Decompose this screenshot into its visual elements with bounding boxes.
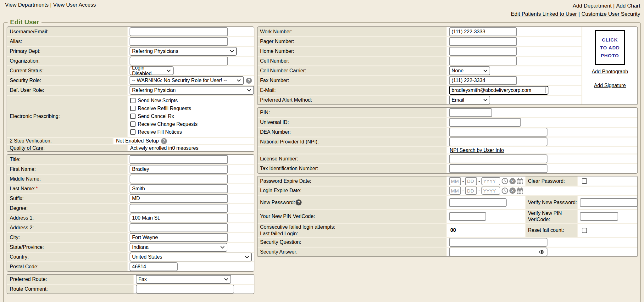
fax-number-input[interactable] [449,76,517,85]
clear-date-icon[interactable]: × [509,187,516,194]
receive-change-requests-label: Receive Change Requests [138,121,197,127]
top-right-links: Add Department|Add Chart Edit Patients L… [511,2,640,18]
first-name-input[interactable] [130,165,228,174]
add-photograph-link[interactable]: Add Photograph [582,69,637,75]
middle-name-input[interactable] [130,175,228,183]
state-province-control: Indiana [127,243,254,252]
receive-refill-requests-label: Receive Refill Requests [138,106,191,111]
dea-number-label-text: DEA Number: [260,129,291,135]
calendar-icon[interactable] [517,178,523,184]
country-select[interactable]: United States [130,253,252,261]
add-department-link[interactable]: Add Department [573,3,612,9]
route-comment-input[interactable] [136,285,234,294]
add-signature-link[interactable]: Add Signature [582,83,637,88]
last-name-field-wrap [129,184,228,193]
photo-placeholder-text: TO ADD [596,45,624,50]
home-number-input[interactable] [449,47,517,56]
login-expire-date-year-input[interactable] [481,187,500,195]
cell-number-label: Cell Number: [258,57,446,65]
suffix-input[interactable] [130,194,228,203]
reveal-answer-icon[interactable] [539,250,545,254]
address-2-input[interactable] [130,223,228,232]
two-step-verification-setup-link[interactable]: Setup [146,138,159,144]
work-number-input[interactable] [449,27,517,36]
primary-dept-select[interactable]: Referring Physicians [130,47,237,56]
title-input[interactable] [130,155,228,164]
cell-number-carrier-select[interactable]: None [449,66,490,75]
state-province-row: State/Province:Indiana [7,242,254,252]
right-group-wrap: Work Number:Pager Number:Home Number:Cel… [258,27,637,104]
address-1-input[interactable] [130,214,228,222]
pin-vericode-verify-input[interactable] [580,212,618,221]
current-status-select[interactable]: Login Disabled [130,66,174,75]
security-answer-input[interactable] [449,248,547,256]
tax-id-number-input[interactable] [449,164,547,173]
username-input[interactable] [130,27,228,36]
email-input[interactable] [449,86,548,95]
npi-field-wrap [448,137,547,146]
receive-change-requests-checkbox[interactable] [130,121,136,127]
new-password-input[interactable] [449,198,507,207]
license-number-input[interactable] [449,154,547,163]
country-control: United States [127,253,254,261]
password-expire-date-year-input[interactable] [481,177,500,185]
receive-refill-requests-checkbox[interactable] [130,106,136,111]
alias-input[interactable] [130,37,228,46]
new-password-verify-input[interactable] [580,198,637,207]
quality-of-care-link[interactable]: Quality of Care [10,145,43,151]
cell-number-input[interactable] [449,57,517,65]
help-icon[interactable]: ? [246,78,252,84]
quality-of-care-label-suffix: : [43,145,45,151]
clock-icon[interactable] [502,187,508,194]
help-icon[interactable]: ? [296,199,302,205]
add-chart-link[interactable]: Add Chart [616,3,640,9]
receive-fill-notices-checkbox[interactable] [130,129,136,135]
view-departments-link[interactable]: View Departments [5,2,49,8]
preferred-route-select[interactable]: Fax [136,275,231,284]
def-user-role-select[interactable]: Referring Physician [130,86,254,95]
view-user-access-link[interactable]: View User Access [53,2,96,8]
edit-patients-linked-link[interactable]: Edit Patients Linked to User [511,11,577,17]
dea-number-control [446,128,637,137]
failed-logins-label-line: Last failed Login: [260,230,298,237]
last-name-row: Last Name:* [7,183,254,193]
npi-input[interactable] [449,137,547,146]
password-expire-date-day-input[interactable] [465,177,477,185]
calendar-icon[interactable] [517,187,523,194]
login-expire-date-month-input[interactable] [449,187,461,195]
title-row: Title: [7,155,254,164]
degree-input[interactable] [130,204,228,213]
password-expire-date-cell-2 [577,176,637,186]
security-question-row: Security Question: [258,237,637,247]
country-row: Country:United States [7,252,254,261]
organization-input[interactable] [130,57,228,65]
state-province-select[interactable]: Indiana [130,243,227,252]
city-input[interactable] [130,233,228,242]
pin-input[interactable] [449,108,492,117]
failed-logins-verify-checkbox[interactable] [582,228,587,233]
preferred-alert-method-select[interactable]: Email [449,96,490,104]
help-icon[interactable]: ? [161,138,167,144]
universal-id-input[interactable] [449,118,521,127]
clear-date-icon[interactable]: × [509,178,516,184]
login-expire-date-day-input[interactable] [465,187,477,195]
password-expire-date-verify-checkbox[interactable] [582,178,587,184]
password-expire-date-month-input[interactable] [449,177,461,185]
primary-dept-selected-value: Referring Physicians [132,48,178,54]
dea-number-input[interactable] [449,128,547,137]
security-question-input[interactable] [449,238,547,247]
security-role-select[interactable]: -- WARNING: No Security Role for User! -… [130,76,244,85]
clock-icon[interactable] [502,178,508,184]
license-number-label: License Number: [258,154,446,163]
send-cancel-rx-checkbox[interactable] [130,114,136,119]
npi-search-link[interactable]: NPI Search by User Info [450,148,504,153]
send-new-scripts-checkbox[interactable] [130,98,136,103]
add-photo-box[interactable]: CLICKTO ADDPHOTO [595,30,625,65]
last-name-input[interactable] [130,184,228,193]
pager-number-input[interactable] [449,37,517,46]
alias-label: Alias: [7,37,127,46]
pin-vericode-input[interactable] [449,212,486,221]
postal-code-input[interactable] [130,262,178,271]
customize-user-security-link[interactable]: Customize User Security [581,11,640,17]
login-expire-date-label: Login Expire Date: [258,187,446,195]
